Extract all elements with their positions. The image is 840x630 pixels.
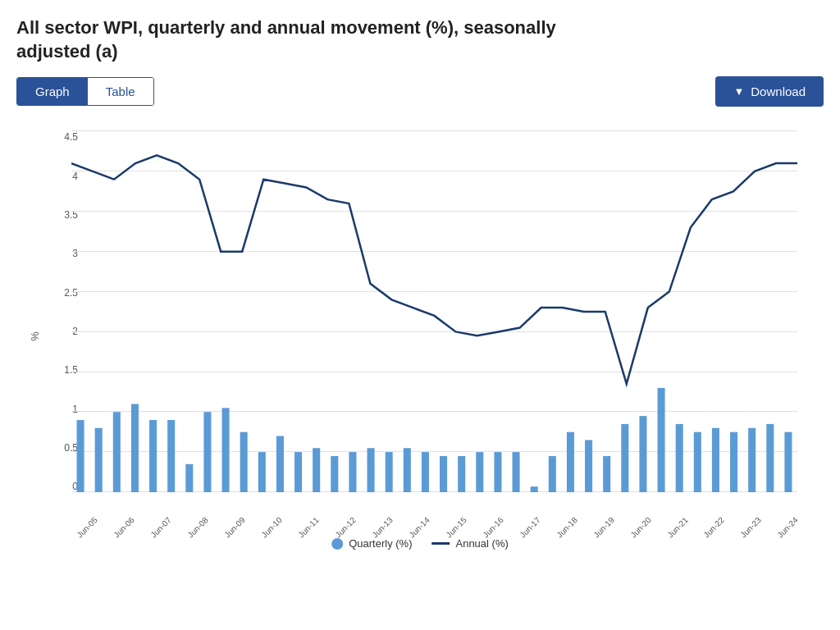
x-tick-label: Jun-18: [555, 515, 578, 539]
bar: [440, 456, 447, 492]
download-button[interactable]: ▼ Download: [715, 76, 824, 107]
tab-group: Graph Table: [16, 77, 154, 106]
x-tick-label: Jun-14: [407, 515, 431, 539]
bar: [748, 428, 756, 492]
bar: [621, 424, 628, 492]
legend-annual-label: Annual (%): [455, 537, 508, 550]
bar: [276, 436, 284, 492]
bar: [784, 432, 792, 492]
x-tick-label: Jun-05: [75, 515, 98, 539]
x-tick-label: Jun-08: [185, 515, 209, 539]
bar: [494, 452, 501, 492]
bar: [203, 412, 211, 492]
bar: [368, 448, 375, 492]
annual-line: [71, 156, 797, 385]
bar: [603, 456, 610, 492]
toolbar: Graph Table ▼ Download: [16, 76, 824, 107]
bars-group: [77, 388, 792, 492]
bar: [658, 388, 665, 492]
legend-annual: Annual (%): [431, 537, 508, 550]
bar: [95, 428, 103, 492]
bar: [730, 432, 737, 492]
tab-table[interactable]: Table: [88, 78, 153, 105]
bar: [549, 456, 556, 492]
x-tick-label: Jun-16: [481, 515, 504, 539]
x-tick-label: Jun-10: [259, 515, 283, 539]
legend-quarterly-icon: [331, 538, 343, 550]
chart-svg: [71, 131, 797, 492]
bar: [294, 452, 302, 492]
x-tick-label: Jun-07: [148, 515, 172, 539]
x-tick-label: Jun-09: [222, 515, 246, 539]
x-tick-label: Jun-21: [665, 515, 689, 539]
bar: [513, 452, 520, 492]
bar: [404, 448, 411, 492]
chart-container: % 0 0.5 1 1.5 2 2.5 3 3.5 4 4.5: [26, 123, 814, 550]
bar: [639, 416, 646, 492]
bar: [349, 452, 356, 492]
bar: [712, 428, 719, 492]
bar: [240, 432, 248, 492]
x-tick-label: Jun-11: [296, 515, 320, 539]
bar: [476, 452, 483, 492]
bar: [258, 452, 266, 492]
bar: [313, 448, 320, 492]
legend: Quarterly (%) Annual (%): [331, 537, 509, 550]
bar: [531, 486, 538, 492]
x-tick-label: Jun-23: [739, 515, 763, 539]
bar: [113, 412, 121, 492]
legend-quarterly: Quarterly (%): [331, 537, 412, 550]
bar: [149, 420, 157, 492]
page-title: All sector WPI, quarterly and annual mov…: [16, 16, 591, 63]
bar: [167, 420, 175, 492]
bar: [422, 452, 429, 492]
chart-svg-area: [71, 131, 797, 492]
bar: [222, 409, 230, 493]
x-tick-label: Jun-20: [628, 515, 652, 539]
bar: [386, 452, 393, 492]
bar: [185, 464, 193, 492]
bar: [585, 441, 592, 493]
x-tick-label: Jun-12: [333, 515, 357, 539]
bar: [766, 424, 774, 492]
legend-annual-icon: [431, 542, 450, 545]
bar: [694, 432, 701, 492]
bar: [331, 456, 338, 492]
bar: [676, 424, 683, 492]
download-icon: ▼: [733, 85, 744, 98]
download-label: Download: [751, 84, 806, 98]
x-axis: Jun-05Jun-06Jun-07Jun-08Jun-09Jun-10Jun-…: [71, 524, 797, 533]
legend-quarterly-label: Quarterly (%): [349, 537, 412, 550]
bar: [458, 456, 465, 492]
bar: [131, 404, 139, 493]
bar: [567, 432, 574, 492]
y-axis-label: %: [29, 331, 41, 341]
x-tick-label: Jun-22: [702, 515, 726, 539]
x-tick-label: Jun-17: [518, 515, 541, 539]
x-tick-label: Jun-24: [776, 515, 800, 539]
bar: [77, 420, 84, 492]
x-tick-label: Jun-15: [444, 515, 468, 539]
x-tick-label: Jun-19: [591, 515, 615, 539]
tab-graph[interactable]: Graph: [17, 78, 88, 105]
x-tick-label: Jun-06: [112, 515, 135, 539]
x-tick-label: Jun-13: [370, 515, 394, 539]
